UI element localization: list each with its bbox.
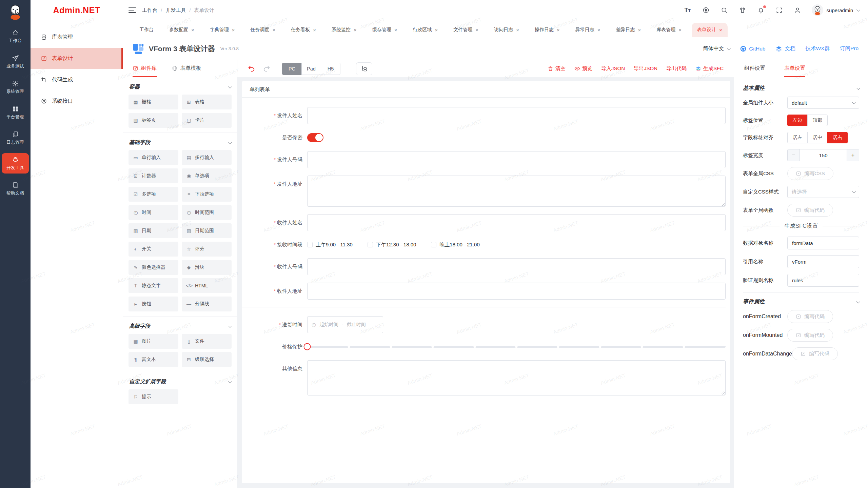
form-title[interactable]: 单列表单 — [242, 81, 730, 98]
tab-10[interactable]: 操作日志× — [529, 23, 565, 37]
component-chip-number[interactable]: ⊡计数器 — [129, 168, 178, 183]
component-chip-tabs[interactable]: ▧标签页 — [129, 113, 178, 128]
close-icon[interactable]: × — [475, 27, 478, 33]
tab-11[interactable]: 异常日志× — [570, 23, 606, 37]
data-object-name-input[interactable]: formData — [787, 237, 859, 249]
component-chip-grid[interactable]: ▦栅格 — [129, 95, 178, 109]
font-size-icon[interactable] — [684, 6, 692, 14]
clear-button[interactable]: 清空 — [548, 65, 566, 72]
import-json-button[interactable]: 导入JSON — [601, 65, 625, 72]
label-position-top-button[interactable]: 顶部 — [807, 115, 828, 126]
secrecy-switch[interactable] — [307, 133, 323, 142]
price-protection-slider[interactable] — [307, 346, 726, 348]
rail-item-platform-mgmt[interactable]: 平台管理 — [2, 102, 29, 123]
component-chip-input[interactable]: ▭单行输入 — [129, 150, 178, 165]
component-chip-static-text[interactable]: T静态文字 — [129, 278, 178, 293]
node-tree-button[interactable] — [356, 62, 372, 75]
close-icon[interactable]: × — [678, 27, 682, 33]
close-icon[interactable]: × — [516, 27, 519, 33]
sender-phone-input[interactable] — [307, 151, 726, 168]
sender-address-textarea[interactable] — [307, 176, 726, 207]
breadcrumb-item[interactable]: 开发工具 — [165, 7, 186, 14]
write-code-button[interactable]: 编写代码 — [792, 347, 838, 360]
user-menu[interactable]: superadmin — [812, 4, 859, 16]
tab-6[interactable]: 缓存管理× — [367, 23, 403, 37]
tab-widget-settings[interactable]: 组件设置 — [744, 60, 765, 77]
rail-item-log-mgmt[interactable]: 日志管理 — [2, 128, 29, 148]
close-icon[interactable]: × — [354, 27, 357, 33]
close-icon[interactable]: × — [719, 27, 722, 33]
field-recipient-phone[interactable]: 收件人号码 — [242, 258, 726, 275]
component-chip-time[interactable]: ◷时间 — [129, 205, 178, 220]
checkbox-evening[interactable]: 晚上18:00 - 21:00 — [431, 242, 479, 248]
sidebar-item-code-gen[interactable]: 代码生成 — [31, 69, 123, 90]
tab-12[interactable]: 差异日志× — [610, 23, 646, 37]
app-logo[interactable] — [6, 2, 25, 21]
component-chip-table[interactable]: ⊞表格 — [182, 95, 232, 109]
close-icon[interactable]: × — [191, 27, 194, 33]
component-chip-html[interactable]: </>HTML — [182, 278, 232, 293]
device-h5-button[interactable]: H5 — [321, 63, 340, 75]
generate-sfc-button[interactable]: 生成SFC — [695, 65, 724, 72]
form-card[interactable]: 单列表单 发件人姓名 是否保密 发件人号码 — [242, 81, 730, 483]
align-left-button[interactable]: 居左 — [787, 132, 808, 143]
ref-name-input[interactable]: vForm — [787, 255, 859, 268]
recipient-phone-input[interactable] — [307, 258, 726, 275]
tab-8[interactable]: 文件管理× — [448, 23, 484, 37]
rail-item-help-docs[interactable]: 帮助文档 — [2, 179, 29, 199]
basic-props-header[interactable]: 基本属性 — [734, 79, 868, 97]
profile-icon[interactable] — [793, 6, 802, 14]
label-width-value[interactable]: 150 — [800, 149, 847, 161]
section-header[interactable]: 容器 — [129, 83, 232, 95]
component-chip-date-range[interactable]: ▨日期范围 — [182, 223, 232, 238]
component-chip-divider[interactable]: —分隔线 — [182, 297, 232, 311]
close-icon[interactable]: × — [394, 27, 397, 33]
checkbox-afternoon[interactable]: 下午12:30 - 18:00 — [368, 242, 416, 248]
preview-button[interactable]: 预览 — [574, 65, 592, 72]
theme-icon[interactable] — [738, 6, 747, 14]
breadcrumb-item[interactable]: 工作台 — [142, 7, 157, 14]
sidebar-item-system-api[interactable]: 系统接口 — [31, 90, 123, 112]
component-chip-rate[interactable]: ☆评分 — [182, 242, 232, 257]
field-sender-address[interactable]: 发件人地址 — [242, 176, 726, 207]
write-code-button[interactable]: 编写代码 — [787, 204, 833, 217]
rail-item-system-mgmt[interactable]: 系统管理 — [2, 77, 29, 97]
tab-7[interactable]: 行政区域× — [408, 23, 443, 37]
custom-css-select[interactable]: 请选择 — [787, 186, 859, 198]
tab-1[interactable]: 参数配置× — [164, 23, 200, 37]
section-header[interactable]: 高级字段 — [129, 322, 232, 334]
other-info-textarea[interactable] — [307, 360, 726, 395]
section-header[interactable]: 基础字段 — [129, 138, 232, 150]
form-divider[interactable] — [242, 307, 726, 307]
component-chip-cascader[interactable]: ⊟级联选择 — [182, 352, 232, 367]
tab-2[interactable]: 字典管理× — [204, 23, 240, 37]
align-center-button[interactable]: 居中 — [807, 132, 828, 143]
rail-item-business-test[interactable]: 业务测试 — [2, 52, 29, 72]
delivery-time-range-picker[interactable]: ◷ 起始时间 - 截止时间 — [307, 316, 383, 333]
sidebar-item-table-mgmt[interactable]: 库表管理 — [31, 26, 123, 48]
component-chip-color-picker[interactable]: ✎颜色选择器 — [129, 260, 178, 275]
tab-4[interactable]: 任务看板× — [285, 23, 321, 37]
close-icon[interactable]: × — [313, 27, 316, 33]
slider-handle[interactable] — [304, 343, 311, 350]
recipient-address-input[interactable] — [307, 283, 726, 300]
increase-button[interactable]: + — [847, 149, 859, 161]
component-chip-switch[interactable]: ◐开关 — [129, 242, 178, 257]
device-pad-button[interactable]: Pad — [301, 63, 321, 75]
component-chip-button[interactable]: ▸按钮 — [129, 297, 178, 311]
fullscreen-icon[interactable] — [775, 6, 783, 14]
field-price-protection[interactable]: 价格保护 — [242, 341, 726, 353]
rail-item-workbench[interactable]: 工作台 — [2, 26, 29, 46]
event-props-header[interactable]: 事件属性 — [734, 293, 868, 310]
field-receive-timeslot[interactable]: 接收时间段 上午9:00 - 11:30 — [242, 239, 726, 251]
align-right-button[interactable]: 居右 — [827, 132, 848, 143]
close-icon[interactable]: × — [273, 27, 276, 33]
component-chip-time-range[interactable]: ◴时间范围 — [182, 205, 232, 220]
component-chip-slider[interactable]: ◆滑块 — [182, 260, 232, 275]
close-icon[interactable]: × — [597, 27, 600, 33]
rail-item-dev-tools[interactable]: 开发工具 — [2, 153, 29, 174]
write-css-button[interactable]: 编写CSS — [787, 167, 833, 180]
component-chip-radio[interactable]: ◉单选项 — [182, 168, 232, 183]
tab-14[interactable]: 表单设计× — [692, 23, 728, 37]
redo-icon[interactable] — [263, 65, 271, 73]
